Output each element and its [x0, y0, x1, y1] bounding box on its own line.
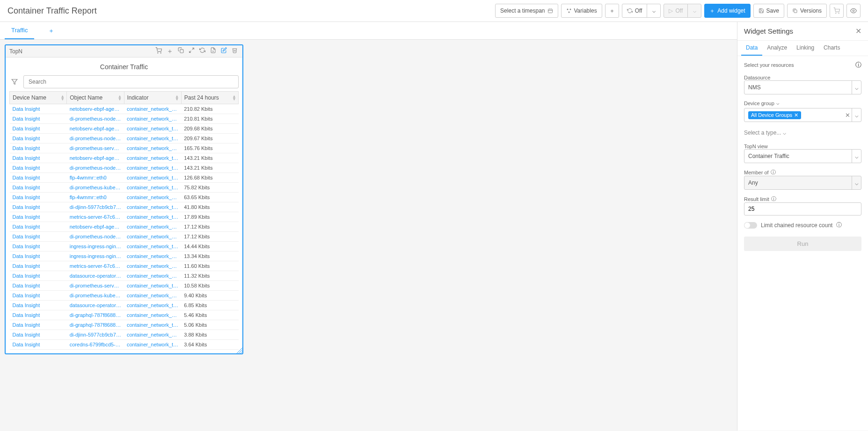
resize-handle[interactable] [237, 348, 242, 353]
cell-device[interactable]: Data Insight [10, 104, 67, 114]
add-button[interactable]: ＋ [605, 4, 619, 18]
tab-charts[interactable]: Charts [819, 41, 845, 56]
refresh-off-button[interactable]: Off [622, 4, 648, 18]
cell-device[interactable]: Data Insight [10, 301, 67, 310]
cell-device[interactable]: Data Insight [10, 144, 67, 153]
cell-object[interactable]: di-djinn-5977cb9cb7-s9g... [67, 202, 124, 212]
add-widget-button[interactable]: ＋ Add widget [704, 4, 750, 18]
cell-device[interactable]: Data Insight [10, 271, 67, 281]
cell-indicator[interactable]: container_network_recei... [124, 310, 181, 320]
cell-indicator[interactable]: container_network_recei... [124, 222, 181, 232]
tab-traffic[interactable]: Traffic [5, 22, 34, 39]
cell-object[interactable]: flp-4wmmr::eth0 [67, 173, 124, 183]
cell-object[interactable]: ingress-ingress-nginx-co... [67, 251, 124, 261]
cell-device[interactable]: Data Insight [10, 134, 67, 144]
cell-indicator[interactable]: container_network_trans... [124, 301, 181, 310]
cell-object[interactable]: di-prometheus-kube-stat... [67, 183, 124, 193]
cell-indicator[interactable]: container_network_recei... [124, 193, 181, 202]
variables-button[interactable]: Variables [561, 4, 602, 18]
cell-object[interactable]: di-prometheus-node-exp... [67, 134, 124, 144]
info-icon[interactable]: ⓘ [836, 221, 842, 229]
edit-icon[interactable] [220, 46, 228, 57]
copy-icon[interactable] [177, 46, 185, 57]
cell-indicator[interactable]: container_network_trans... [124, 153, 181, 163]
cell-object[interactable]: di-prometheus-node-exp... [67, 163, 124, 173]
cell-object[interactable]: di-graphql-787f86885-xq... [67, 320, 124, 330]
chevron-down-icon[interactable]: ⌵ [852, 81, 861, 94]
tab-data[interactable]: Data [741, 41, 762, 56]
cell-indicator[interactable]: container_network_trans... [124, 134, 181, 144]
clear-icon[interactable]: ✕ [843, 112, 852, 119]
cell-device[interactable]: Data Insight [10, 340, 67, 350]
cell-object[interactable]: di-prometheus-node-exp... [67, 114, 124, 124]
cell-object[interactable]: di-djinn-5977cb9cb7-s9g... [67, 330, 124, 340]
cell-device[interactable]: Data Insight [10, 281, 67, 291]
cell-device[interactable]: Data Insight [10, 212, 67, 222]
cell-device[interactable]: Data Insight [10, 124, 67, 134]
cell-indicator[interactable]: container_network_trans... [124, 173, 181, 183]
cell-object[interactable]: di-prometheus-node-exp... [67, 232, 124, 242]
tab-linking[interactable]: Linking [792, 41, 819, 56]
tab-analyze[interactable]: Analyze [762, 41, 792, 56]
cell-device[interactable]: Data Insight [10, 202, 67, 212]
close-icon[interactable]: ✕ [855, 27, 861, 36]
cell-object[interactable]: netobserv-ebpf-agent-hz... [67, 222, 124, 232]
cell-indicator[interactable]: container_network_recei... [124, 114, 181, 124]
cell-indicator[interactable]: container_network_trans... [124, 163, 181, 173]
cell-device[interactable]: Data Insight [10, 310, 67, 320]
refresh-icon[interactable] [198, 46, 206, 57]
cell-device[interactable]: Data Insight [10, 261, 67, 271]
cell-object[interactable]: netobserv-ebpf-agent-hz... [67, 104, 124, 114]
cell-device[interactable]: Data Insight [10, 153, 67, 163]
filter-icon[interactable] [9, 77, 20, 87]
col-value[interactable]: Past 24 hours▲▼ [181, 92, 238, 104]
cell-device[interactable]: Data Insight [10, 330, 67, 340]
save-button[interactable]: Save [753, 4, 784, 18]
cell-indicator[interactable]: container_network_trans... [124, 242, 181, 251]
col-indicator[interactable]: Indicator▲▼ [124, 92, 181, 104]
cell-object[interactable]: flp-4wmmr::eth0 [67, 193, 124, 202]
expand-icon[interactable] [188, 46, 196, 57]
cell-device[interactable]: Data Insight [10, 114, 67, 124]
info-icon[interactable]: ⓘ [855, 61, 861, 69]
cell-indicator[interactable]: container_network_trans... [124, 340, 181, 350]
cart-icon[interactable] [154, 46, 163, 57]
cell-device[interactable]: Data Insight [10, 173, 67, 183]
cell-indicator[interactable]: container_network_trans... [124, 202, 181, 212]
cell-indicator[interactable]: container_network_recei... [124, 271, 181, 281]
cell-indicator[interactable]: container_network_recei... [124, 104, 181, 114]
cell-device[interactable]: Data Insight [10, 251, 67, 261]
play-dropdown[interactable]: ⌵ [687, 4, 701, 18]
export-icon[interactable] [209, 46, 217, 57]
run-button[interactable]: Run [744, 237, 861, 251]
cell-indicator[interactable]: container_network_trans... [124, 124, 181, 134]
cell-object[interactable]: di-graphql-787f86885-xq... [67, 310, 124, 320]
cell-object[interactable]: ingress-ingress-nginx-co... [67, 242, 124, 251]
cell-object[interactable]: di-prometheus-kube-stat... [67, 291, 124, 301]
cart-button[interactable] [830, 4, 844, 18]
cell-object[interactable]: di-prometheus-server-b5... [67, 144, 124, 153]
cell-device[interactable]: Data Insight [10, 320, 67, 330]
timespan-button[interactable]: Select a timespan [495, 4, 558, 18]
col-device[interactable]: Device Name▲▼ [10, 92, 67, 104]
cell-indicator[interactable]: container_network_recei... [124, 291, 181, 301]
cell-object[interactable]: coredns-6799fbcd5-78q6... [67, 340, 124, 350]
datasource-select[interactable]: NMS ⌵ [744, 80, 861, 94]
refresh-dropdown[interactable]: ⌵ [647, 4, 661, 18]
cell-device[interactable]: Data Insight [10, 193, 67, 202]
cell-object[interactable]: datasource-operator-con... [67, 301, 124, 310]
info-icon[interactable]: ⓘ [771, 195, 776, 202]
cell-device[interactable]: Data Insight [10, 242, 67, 251]
member-select[interactable]: Any ⌵ [744, 176, 861, 190]
topn-view-select[interactable]: Container Traffic ⌵ [744, 149, 861, 163]
cell-object[interactable]: netobserv-ebpf-agent-hz... [67, 153, 124, 163]
versions-button[interactable]: Versions [787, 4, 827, 18]
cell-device[interactable]: Data Insight [10, 222, 67, 232]
result-limit-input[interactable] [744, 202, 861, 216]
cell-device[interactable]: Data Insight [10, 291, 67, 301]
type-selector[interactable]: Select a type... ⌵ [744, 128, 861, 138]
cell-device[interactable]: Data Insight [10, 163, 67, 173]
cell-indicator[interactable]: container_network_recei... [124, 232, 181, 242]
cell-device[interactable]: Data Insight [10, 183, 67, 193]
play-off-button[interactable]: ▷ Off [664, 4, 688, 18]
